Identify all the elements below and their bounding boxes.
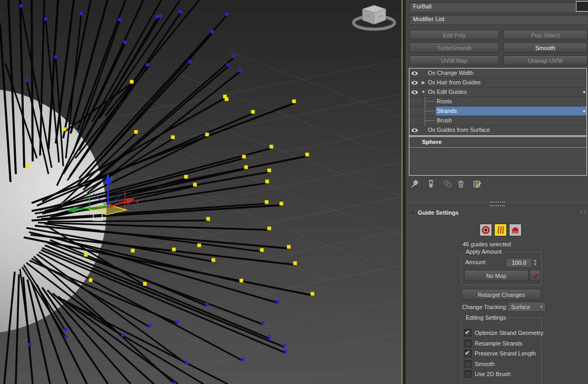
viewport[interactable]: zxY [0,0,401,384]
rollout-grip-icon [581,210,586,214]
stack-edge-marker-icon: ◄ [582,90,586,94]
show-end-result-icon[interactable] [427,179,435,190]
checkbox-box[interactable]: ✔ [464,329,472,337]
modifier-button-uvw-map[interactable]: UVW Map [409,55,499,65]
stack-row-label[interactable]: Ox Hair from Guides [427,78,586,87]
rollout-title: Guide Settings [418,209,459,216]
checkbox-box[interactable] [464,370,472,378]
modifier-button-turbosmooth[interactable]: TurboSmooth [409,43,499,53]
checkbox-label: Preserve Strand Length [475,350,536,357]
command-panel: FurBall Modifier List Edit PolyPoly Sele… [406,0,588,384]
stack-row-label[interactable]: Roots [436,97,586,106]
roots-mode-button[interactable] [479,224,492,236]
expand-arrow-icon[interactable]: ▶ [420,80,427,85]
panel-splitter[interactable] [406,201,588,204]
stack-tree-line [425,97,425,126]
stack-row-ox-hair-from-guides[interactable]: ▶Ox Hair from Guides [409,78,586,88]
remove-modifier-icon[interactable] [456,179,465,190]
checkbox-preserve-strand-length[interactable]: ✔Preserve Strand Length [464,350,536,357]
toolbar-separator [468,180,469,189]
amount-spinner[interactable]: 100.0 ▲▼ [506,258,538,267]
rollout-collapse-icon: ▼ [411,210,415,215]
modifier-stack: Ox Change Width▶Ox Hair from Guides▼Ox E… [409,68,587,176]
svg-text:Y: Y [61,200,65,207]
apply-amount-group-label: Apply Amount [464,248,503,255]
svg-text:x: x [136,198,139,204]
visibility-eye-icon[interactable] [409,71,420,76]
stack-row-label[interactable]: Strands [436,107,586,116]
amount-value[interactable]: 100.0 [506,258,532,267]
checkbox-use-2d-brush[interactable]: Use 2D Brush [464,370,511,378]
svg-text:z: z [111,175,114,181]
toolbar-separator [423,180,424,189]
checkbox-smooth[interactable]: Smooth [464,360,495,368]
stack-toolbar [409,179,483,190]
checkbox-resample-strands[interactable]: Resample Strands [464,340,523,347]
tree-connector [425,120,434,121]
collapse-arrow-icon[interactable]: ▼ [420,90,427,94]
amount-label: Amount: [465,259,487,265]
object-color-swatch[interactable] [576,1,588,12]
configure-modifier-sets-icon[interactable] [473,179,483,190]
spinner-arrows[interactable]: ▲▼ [532,258,538,267]
toolbar-separator [438,180,439,189]
checkbox-optimize-strand-geometry[interactable]: ✔Optimize Strand Geometry [464,329,543,337]
selection-status: 46 guides selected [463,241,511,247]
make-unique-icon[interactable] [443,179,453,190]
stack-row-brush[interactable]: Brush [409,116,586,126]
apply-amount-group: Apply Amount Amount: 100.0 ▲▼ No Map ✔ [461,252,542,285]
stack-edge-marker-icon: ◄ [582,109,586,113]
change-tracking-label: Change Tracking: [462,304,507,310]
object-name-field[interactable]: FurBall [409,2,576,11]
tree-connector [425,101,434,102]
red-check-icon: ✔ [532,272,538,280]
checkbox-label: Optimize Strand Geometry [475,330,543,336]
modifier-list-dropdown[interactable]: Modifier List [409,14,588,24]
visibility-eye-icon[interactable] [409,128,420,133]
checkbox-box[interactable]: ✔ [464,350,472,357]
stack-row-label[interactable]: Ox Guides from Surface [427,126,586,135]
application-window: zxY FurBall Modifier List Edit PolyPoly … [0,0,588,384]
chevron-down-icon: ▼ [540,305,543,309]
checkbox-label: Resample Strands [475,340,523,347]
amount-map-button[interactable]: No Map [464,270,528,281]
checkbox-box[interactable] [464,340,472,347]
modifier-button-smooth[interactable]: Smooth [503,43,587,53]
stack-row-label[interactable]: Ox Change Width [427,69,586,78]
stack-row-roots[interactable]: Roots [409,97,586,107]
modifier-button-grid: Edit PolyPoly SelectTurboSmoothSmoothUVW… [409,30,587,65]
change-tracking-value: Surface [511,304,530,310]
checkbox-label: Smooth [475,361,495,367]
stack-row-sphere[interactable]: Sphere [409,137,586,148]
visibility-eye-icon[interactable] [409,90,420,95]
change-tracking-dropdown[interactable]: Surface ▼ [507,302,546,312]
guide-settings-rollout-header[interactable]: ▼ Guide Settings [406,208,588,218]
stack-row-label[interactable]: Ox Edit Guides [427,88,586,97]
modifier-button-edit-poly[interactable]: Edit Poly [409,30,499,40]
tree-connector [425,111,434,111]
map-enable-toggle[interactable]: ✔ [530,270,541,281]
stack-row-ox-guides-from-surface[interactable]: Ox Guides from Surface [409,126,586,135]
stack-row-strands[interactable]: Strands◄ [409,107,586,116]
strands-mode-button[interactable] [494,224,507,236]
editing-settings-group: Editing Settings ✔Optimize Strand Geomet… [461,318,542,384]
modifier-button-unwrap-uvw[interactable]: Unwrap UVW [503,55,587,65]
checkbox-label: Use 2D Brush [475,371,511,377]
stack-row-label[interactable]: Brush [436,116,586,125]
stack-row-ox-edit-guides[interactable]: ▼Ox Edit Guides◄ [409,88,586,97]
brush-mode-button[interactable] [509,224,522,236]
editing-settings-group-label: Editing Settings [464,314,507,321]
pin-stack-icon[interactable] [410,179,419,190]
guide-mode-buttons [479,224,522,236]
visibility-eye-icon[interactable] [409,80,420,85]
stack-row-ox-change-width[interactable]: Ox Change Width [409,69,586,78]
retarget-changes-button[interactable]: Retarget Changes [462,289,541,300]
modifier-button-poly-select[interactable]: Poly Select [503,30,587,40]
checkbox-box[interactable] [464,360,472,368]
